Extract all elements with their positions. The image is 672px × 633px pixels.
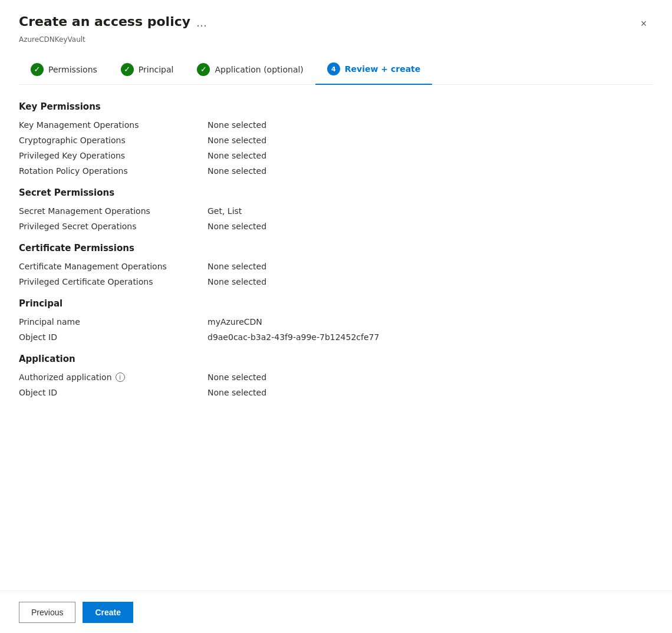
certificate-management-label: Certificate Management Operations xyxy=(19,262,207,271)
close-button[interactable]: × xyxy=(634,14,653,33)
app-object-id-label: Object ID xyxy=(19,388,207,397)
secret-management-label: Secret Management Operations xyxy=(19,206,207,216)
secret-permissions-title: Secret Permissions xyxy=(19,187,653,198)
privileged-key-row: Privileged Key Operations None selected xyxy=(19,151,653,160)
privileged-key-value: None selected xyxy=(207,151,266,160)
close-icon: × xyxy=(641,18,647,30)
certificate-permissions-title: Certificate Permissions xyxy=(19,243,653,253)
authorized-application-info-icon[interactable]: i xyxy=(116,372,125,382)
privileged-secret-value: None selected xyxy=(207,222,266,231)
rotation-policy-label: Rotation Policy Operations xyxy=(19,166,207,176)
step-principal-icon xyxy=(121,63,134,76)
step-application[interactable]: Application (optional) xyxy=(185,56,315,84)
step-review-label: Review + create xyxy=(345,64,420,74)
steps-nav: Permissions Principal Application (optio… xyxy=(19,55,653,85)
app-object-id-value: None selected xyxy=(207,388,266,397)
principal-object-id-label: Object ID xyxy=(19,332,207,342)
step-principal[interactable]: Principal xyxy=(109,56,186,84)
step-principal-label: Principal xyxy=(139,65,174,74)
application-section-title: Application xyxy=(19,354,653,364)
cryptographic-value: None selected xyxy=(207,136,266,145)
cryptographic-row: Cryptographic Operations None selected xyxy=(19,136,653,145)
step-permissions[interactable]: Permissions xyxy=(19,56,109,84)
key-management-row: Key Management Operations None selected xyxy=(19,120,653,130)
privileged-key-label: Privileged Key Operations xyxy=(19,151,207,160)
privileged-cert-label: Privileged Certificate Operations xyxy=(19,277,207,286)
principal-name-row: Principal name myAzureCDN xyxy=(19,317,653,327)
review-content: Key Permissions Key Management Operation… xyxy=(19,101,653,462)
principal-name-value: myAzureCDN xyxy=(207,317,262,327)
authorized-application-value: None selected xyxy=(207,372,266,382)
dialog-footer: Previous Create xyxy=(0,591,672,633)
create-access-policy-dialog: Create an access policy … × AzureCDNKeyV… xyxy=(0,0,672,633)
rotation-policy-row: Rotation Policy Operations None selected xyxy=(19,166,653,176)
app-object-id-row: Object ID None selected xyxy=(19,388,653,397)
principal-object-id-row: Object ID d9ae0cac-b3a2-43f9-a99e-7b1245… xyxy=(19,332,653,342)
key-management-label: Key Management Operations xyxy=(19,120,207,130)
key-permissions-title: Key Permissions xyxy=(19,101,653,112)
secret-management-row: Secret Management Operations Get, List xyxy=(19,206,653,216)
principal-section-title: Principal xyxy=(19,298,653,309)
authorized-application-row: Authorized application i None selected xyxy=(19,372,653,382)
step-permissions-icon xyxy=(31,63,44,76)
secret-management-value: Get, List xyxy=(207,206,242,216)
step-review-create[interactable]: 4 Review + create xyxy=(315,55,432,85)
key-management-value: None selected xyxy=(207,120,266,130)
privileged-cert-value: None selected xyxy=(207,277,266,286)
dialog-header: Create an access policy … × xyxy=(19,14,653,33)
dialog-subtitle: AzureCDNKeyVault xyxy=(19,35,653,44)
cryptographic-label: Cryptographic Operations xyxy=(19,136,207,145)
principal-name-label: Principal name xyxy=(19,317,207,327)
dialog-title-area: Create an access policy … xyxy=(19,14,207,29)
step-application-icon xyxy=(197,63,210,76)
certificate-management-row: Certificate Management Operations None s… xyxy=(19,262,653,271)
create-button[interactable]: Create xyxy=(83,602,133,623)
step-application-label: Application (optional) xyxy=(215,65,303,74)
privileged-cert-row: Privileged Certificate Operations None s… xyxy=(19,277,653,286)
step-review-icon: 4 xyxy=(327,62,340,75)
dialog-title: Create an access policy xyxy=(19,14,190,29)
privileged-secret-row: Privileged Secret Operations None select… xyxy=(19,222,653,231)
certificate-management-value: None selected xyxy=(207,262,266,271)
authorized-application-label: Authorized application i xyxy=(19,372,207,382)
privileged-secret-label: Privileged Secret Operations xyxy=(19,222,207,231)
step-permissions-label: Permissions xyxy=(48,65,97,74)
principal-object-id-value: d9ae0cac-b3a2-43f9-a99e-7b12452cfe77 xyxy=(207,332,379,342)
rotation-policy-value: None selected xyxy=(207,166,266,176)
previous-button[interactable]: Previous xyxy=(19,602,75,623)
more-icon[interactable]: … xyxy=(196,17,207,29)
